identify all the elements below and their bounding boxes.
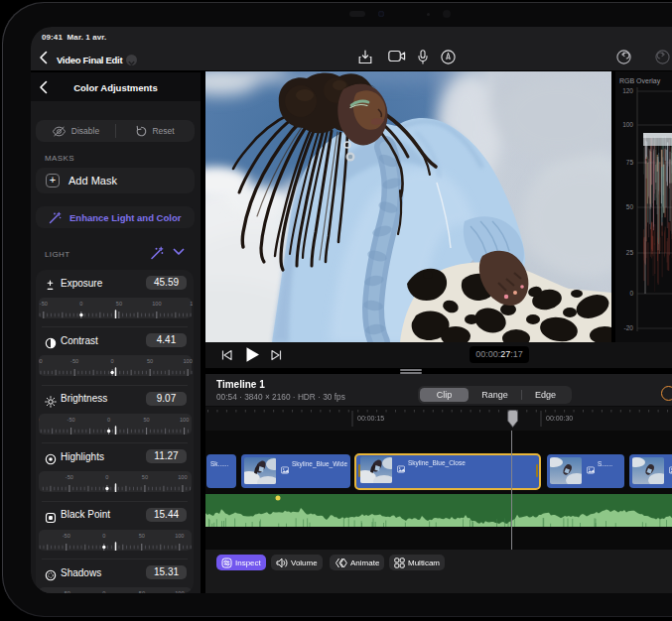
svg-text:100: 100	[175, 533, 184, 539]
svg-text:0: 0	[629, 290, 633, 297]
svg-text:100: 100	[152, 301, 161, 307]
svg-text:50: 50	[138, 590, 144, 593]
svg-text:-50: -50	[67, 417, 74, 423]
svg-text:120: 120	[622, 87, 633, 94]
svg-text:25: 25	[626, 249, 634, 256]
svg-text:00:00:30: 00:00:30	[546, 415, 573, 422]
svg-text:0: 0	[107, 417, 110, 423]
svg-text:RGB Overlay: RGB Overlay	[619, 77, 661, 85]
svg-text:-50: -50	[65, 474, 72, 480]
svg-text:75: 75	[626, 159, 634, 166]
svg-text:100: 100	[175, 590, 184, 593]
svg-text:00:00:15: 00:00:15	[357, 415, 384, 422]
svg-text:0: 0	[110, 359, 113, 365]
svg-text:-20: -20	[624, 324, 634, 331]
svg-text:-100: -100	[39, 359, 43, 365]
svg-text:50: 50	[146, 359, 152, 365]
svg-text:-50: -50	[39, 301, 47, 307]
svg-text:0: 0	[102, 590, 105, 593]
svg-text:50: 50	[141, 474, 147, 480]
svg-text:100: 100	[179, 417, 188, 423]
svg-text:100: 100	[622, 121, 633, 128]
svg-text:-50: -50	[62, 533, 69, 539]
svg-text:-50: -50	[70, 359, 78, 365]
svg-text:0: 0	[102, 533, 105, 539]
svg-text:50: 50	[115, 301, 121, 307]
svg-text:150: 150	[190, 301, 193, 307]
svg-text:50: 50	[626, 203, 634, 210]
svg-text:100: 100	[183, 359, 192, 365]
svg-text:100: 100	[178, 474, 187, 480]
svg-text:0: 0	[79, 301, 82, 307]
svg-text:50: 50	[143, 417, 149, 423]
svg-text:-50: -50	[62, 590, 69, 593]
svg-text:0: 0	[105, 474, 108, 480]
svg-text:50: 50	[138, 533, 144, 539]
